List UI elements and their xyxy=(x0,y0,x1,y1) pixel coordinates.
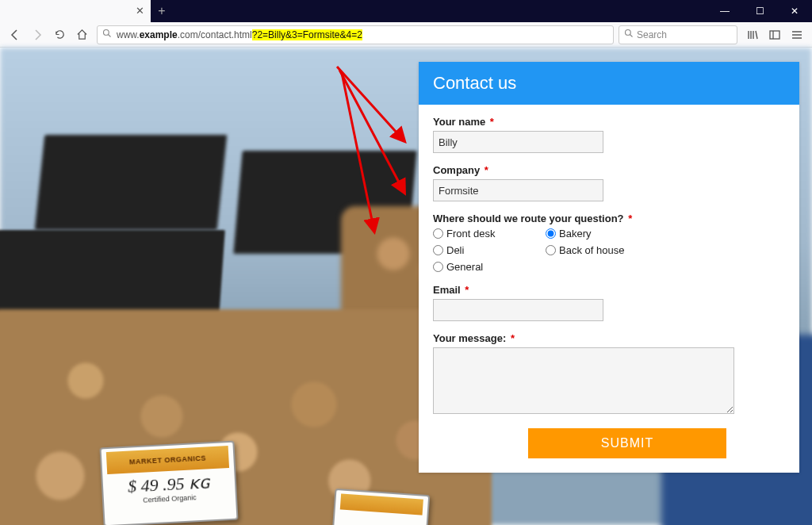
required-asterisk: * xyxy=(511,332,515,344)
search-icon xyxy=(102,29,112,40)
window-controls: — ☐ ✕ xyxy=(707,0,812,22)
company-input[interactable] xyxy=(433,179,603,201)
library-icon xyxy=(746,29,759,41)
message-label: Your message: * xyxy=(433,332,785,344)
reload-button[interactable] xyxy=(49,25,70,45)
window-titlebar: ✕ + — ☐ ✕ xyxy=(0,0,812,22)
forward-icon xyxy=(31,29,44,41)
route-radio-general[interactable] xyxy=(433,262,443,272)
message-textarea[interactable] xyxy=(433,347,734,414)
svg-rect-4 xyxy=(770,31,779,39)
route-label: Where should we route your question? * xyxy=(433,213,785,224)
url-domain: example xyxy=(140,29,178,40)
back-icon xyxy=(9,29,21,41)
library-button[interactable] xyxy=(742,25,763,45)
route-option-back[interactable]: Back of house xyxy=(546,244,641,256)
close-icon[interactable]: ✕ xyxy=(136,6,144,16)
name-input[interactable] xyxy=(433,131,603,153)
price-sign-small xyxy=(331,489,431,525)
route-option-general[interactable]: General xyxy=(433,261,528,273)
price-sign: MARKET ORGANICS $ 49 .95 ᴋɢ Certified Or… xyxy=(99,441,238,525)
home-button[interactable] xyxy=(71,25,92,45)
email-label: Email * xyxy=(433,284,785,296)
close-button[interactable]: ✕ xyxy=(777,0,812,22)
reload-icon xyxy=(54,29,66,40)
maximize-button[interactable]: ☐ xyxy=(742,0,777,22)
route-radio-deli[interactable] xyxy=(433,245,443,255)
name-label: Your name * xyxy=(433,116,785,128)
form-header: Contact us xyxy=(419,62,799,105)
plus-icon: + xyxy=(158,4,165,18)
search-icon xyxy=(624,29,634,40)
sign-banner: MARKET ORGANICS xyxy=(106,446,229,474)
svg-line-3 xyxy=(630,35,633,37)
page-content: MARKET ORGANICS $ 49 .95 ᴋɢ Certified Or… xyxy=(0,48,812,525)
home-icon xyxy=(76,29,88,40)
route-radio-front[interactable] xyxy=(433,228,443,239)
email-input[interactable] xyxy=(433,299,603,321)
company-label-text: Company xyxy=(433,164,480,176)
maximize-icon: ☐ xyxy=(756,6,764,17)
email-label-text: Email xyxy=(433,284,461,296)
company-label: Company * xyxy=(433,164,785,176)
route-option-bakery[interactable]: Bakery xyxy=(546,228,641,240)
url-bar[interactable]: www.example.com/contact.html?2=Billy&3=F… xyxy=(97,25,614,44)
svg-line-1 xyxy=(109,35,111,37)
route-option-deli[interactable]: Deli xyxy=(433,244,528,256)
url-prefix: www. xyxy=(117,29,140,40)
minimize-button[interactable]: — xyxy=(707,0,742,22)
route-option-back-label: Back of house xyxy=(559,244,624,256)
browser-tab[interactable]: ✕ xyxy=(0,0,151,22)
sidebar-button[interactable] xyxy=(764,25,785,45)
route-label-text: Where should we route your question? xyxy=(433,213,624,224)
route-option-deli-label: Deli xyxy=(446,244,464,256)
menu-button[interactable] xyxy=(787,25,807,45)
required-asterisk: * xyxy=(490,116,494,128)
required-asterisk: * xyxy=(465,284,469,296)
contact-form-panel: Contact us Your name * Company * Where s… xyxy=(419,62,799,473)
minimize-icon: — xyxy=(720,6,730,17)
browser-toolbar: www.example.com/contact.html?2=Billy&3=F… xyxy=(0,22,812,48)
svg-point-2 xyxy=(626,30,631,36)
required-asterisk: * xyxy=(485,164,488,176)
svg-point-0 xyxy=(104,30,109,36)
route-option-bakery-label: Bakery xyxy=(559,228,591,240)
close-window-icon: ✕ xyxy=(791,6,799,17)
new-tab-button[interactable]: + xyxy=(151,0,173,22)
url-query-highlight: ?2=Billy&3=Formsite&4=2 xyxy=(252,29,362,40)
search-bar[interactable]: Search xyxy=(619,25,737,44)
forward-button[interactable] xyxy=(27,25,48,45)
route-option-front-label: Front desk xyxy=(446,228,495,240)
route-option-general-label: General xyxy=(446,261,483,273)
sidebar-icon xyxy=(768,29,781,41)
back-button[interactable] xyxy=(5,25,25,45)
hamburger-icon xyxy=(791,29,803,41)
route-radio-bakery[interactable] xyxy=(546,228,556,239)
required-asterisk: * xyxy=(628,213,632,224)
route-option-front[interactable]: Front desk xyxy=(433,228,528,240)
url-suffix: .com/contact.html xyxy=(178,29,252,40)
route-radio-back[interactable] xyxy=(546,245,556,255)
search-placeholder: Search xyxy=(637,29,667,40)
route-radio-group: Front desk Bakery Deli Back of house Gen… xyxy=(433,228,655,273)
name-label-text: Your name xyxy=(433,116,485,128)
message-label-text: Your message: xyxy=(433,332,506,344)
submit-button[interactable]: SUBMIT xyxy=(528,428,726,458)
